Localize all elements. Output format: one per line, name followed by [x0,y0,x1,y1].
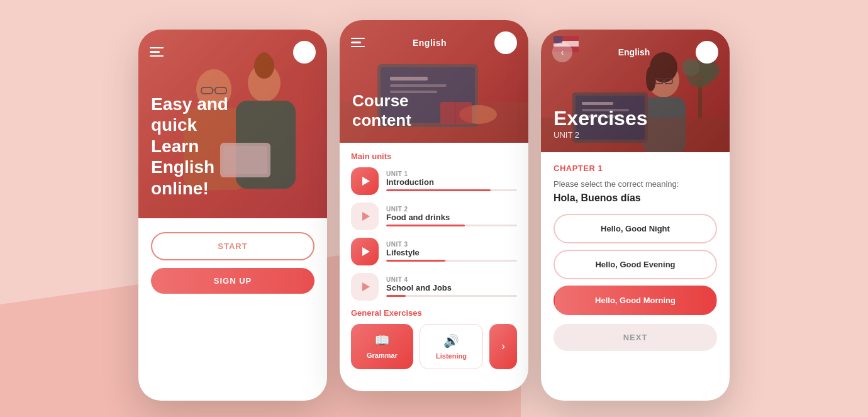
start-button[interactable]: START [151,232,314,260]
general-exercises-section: General Exercises 📖 Grammar 🔊 Listening … [351,308,517,369]
unit3-label: UNIT 3 [386,241,517,248]
phone1-header [138,41,327,64]
unit4-label: UNIT 4 [386,276,517,283]
grammar-icon: 📖 [374,333,390,348]
exercises-title: Exercises [554,107,647,130]
unit4-info: UNIT 4 School and Jobs [386,276,517,297]
grammar-label: Grammar [367,352,398,359]
svg-rect-17 [390,84,447,87]
unit3-info: UNIT 3 Lifestyle [386,241,517,262]
svg-rect-11 [223,146,267,174]
unit3-progress-fill [386,260,445,262]
hero-text-2: Course content [352,91,411,130]
unit2-play-button[interactable] [351,203,379,230]
svg-rect-21 [455,102,456,124]
grammar-card[interactable]: 📖 Grammar [351,324,413,369]
phone3-header-title: English [618,47,650,57]
phone-landing: Easy and quick Learn English online! STA… [138,30,327,401]
play-icon-3 [362,247,370,256]
unit4-progress-fill [386,295,406,297]
hero-headline: Easy and quick Learn English online! [151,94,228,199]
phone-course: English Course content Main units UNIT 1… [340,20,528,391]
more-icon: › [501,340,505,353]
hero-image-1: Easy and quick Learn English online! [138,30,327,218]
unit1-info: UNIT 1 Introduction [386,170,517,191]
unit1-progress-fill [386,189,491,191]
phone2-avatar [494,31,517,54]
hero-text-3: Exercises UNIT 2 [554,107,647,140]
unit1-label: UNIT 1 [386,170,517,177]
svg-rect-16 [390,77,428,81]
unit2-name: Food and drinks [386,213,517,222]
phone3-avatar [696,41,718,64]
hero-image-3: ‹ English Exercises UNIT 2 [541,30,730,152]
unit4-progress-bg [386,295,517,297]
phones-container: Easy and quick Learn English online! STA… [138,17,730,401]
phone3-header: ‹ English [541,41,730,64]
main-units-label: Main units [351,152,517,161]
general-exercises-label: General Exercises [351,308,517,318]
unit1-play-button[interactable] [351,167,379,195]
unit1-progress-bg [386,189,517,191]
unit-item-4[interactable]: UNIT 4 School and Jobs [351,273,517,301]
back-button[interactable]: ‹ [552,42,572,62]
course-title: Course content [352,91,411,130]
unit3-name: Lifestyle [386,248,517,257]
chapter-label: CHAPTER 1 [554,164,717,173]
phone1-content: START SIGN UP [138,218,327,308]
answer-button-2[interactable]: Hello, Good Evening [554,250,717,279]
hero-image-2: English Course content [340,20,528,143]
question-prompt: Please select the correct meaning: [554,179,717,189]
phone2-header-title: English [413,38,447,48]
course-body: Main units UNIT 1 Introduction [340,143,528,378]
play-icon-1 [362,177,370,186]
answer-button-3[interactable]: Hello, Good Morning [554,286,717,315]
unit3-play-button[interactable] [351,238,379,265]
next-button[interactable]: NEXT [554,324,717,351]
unit2-progress-fill [386,225,465,226]
hamburger-menu[interactable] [150,47,164,57]
question-spanish: Hola, Buenos días [554,192,717,204]
unit2-progress-bg [386,225,517,226]
svg-point-28 [646,66,656,91]
unit3-progress-bg [386,260,517,262]
more-card[interactable]: › [489,324,517,369]
exercises-subtitle: UNIT 2 [554,130,647,140]
unit4-play-button[interactable] [351,273,379,301]
unit2-info: UNIT 2 Food and drinks [386,206,517,226]
play-icon-4 [362,282,370,291]
avatar [293,41,316,64]
phone-exercises: ‹ English Exercises UNIT 2 CHAPTER 1 Ple… [541,30,730,401]
unit-item-2[interactable]: UNIT 2 Food and drinks [351,203,517,230]
unit-item-3[interactable]: UNIT 3 Lifestyle [351,238,517,265]
listening-card[interactable]: 🔊 Listening [420,324,483,369]
hero-text-1: Easy and quick Learn English online! [151,94,228,199]
exercise-body: CHAPTER 1 Please select the correct mean… [541,152,730,362]
unit-item-1[interactable]: UNIT 1 Introduction [351,167,517,195]
svg-rect-36 [582,102,613,105]
signup-button[interactable]: SIGN UP [151,268,314,294]
listening-label: Listening [436,352,467,360]
unit4-name: School and Jobs [386,283,517,292]
listening-icon: 🔊 [443,333,459,348]
phone2-header: English [340,31,528,54]
unit1-name: Introduction [386,177,517,187]
answer-button-1[interactable]: Hello, Good Night [554,214,717,243]
general-cards-row: 📖 Grammar 🔊 Listening › [351,324,517,369]
unit2-label: UNIT 2 [386,206,517,213]
phone2-menu-icon[interactable] [351,38,365,48]
play-icon-2 [362,212,370,221]
answer-options: Hello, Good Night Hello, Good Evening He… [554,214,717,315]
